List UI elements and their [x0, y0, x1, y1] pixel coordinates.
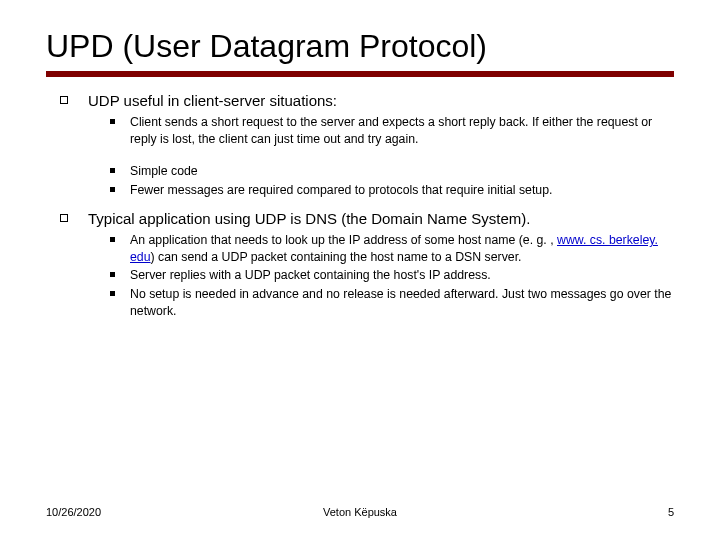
slide: UPD (User Datagram Protocol) UDP useful … [0, 0, 720, 540]
list-item: Client sends a short request to the serv… [88, 114, 674, 147]
section-2: Typical application using UDP is DNS (th… [46, 209, 674, 319]
section-1: UDP useful in client-server situations: … [46, 91, 674, 199]
slide-title: UPD (User Datagram Protocol) [46, 28, 674, 65]
list-item: Simple code [88, 163, 674, 180]
list-item: Server replies with a UDP packet contain… [88, 267, 674, 284]
text-pre: An application that needs to look up the… [130, 233, 557, 247]
section-2-items: An application that needs to look up the… [88, 232, 674, 319]
footer: 10/26/2020 Veton Këpuska 5 [46, 506, 674, 518]
text-post: ) can send a UDP packet containing the h… [151, 250, 522, 264]
title-underline [46, 71, 674, 77]
section-1-heading: UDP useful in client-server situations: [88, 92, 337, 109]
footer-page: 5 [668, 506, 674, 518]
outline-list: UDP useful in client-server situations: … [46, 91, 674, 319]
section-1-items: Client sends a short request to the serv… [88, 114, 674, 147]
list-item: An application that needs to look up the… [88, 232, 674, 265]
footer-date: 10/26/2020 [46, 506, 101, 518]
section-1-items-b: Simple code Fewer messages are required … [88, 163, 674, 198]
spacer [88, 149, 674, 159]
footer-author: Veton Këpuska [46, 506, 674, 518]
list-item: No setup is needed in advance and no rel… [88, 286, 674, 319]
section-2-heading: Typical application using UDP is DNS (th… [88, 210, 530, 227]
list-item: Fewer messages are required compared to … [88, 182, 674, 199]
